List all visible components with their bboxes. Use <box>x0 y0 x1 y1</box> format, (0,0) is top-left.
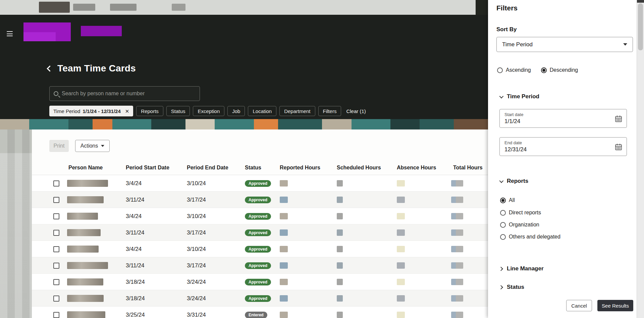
filter-button-location[interactable]: Location <box>248 106 276 116</box>
radio-ascending-label: Ascending <box>506 67 531 73</box>
radio-icon-checked <box>541 67 547 73</box>
table-row[interactable]: 3/4/24 3/10/24 Approved <box>32 241 488 257</box>
table-row[interactable]: 3/25/24 3/31/24 Entered <box>32 307 488 318</box>
end-date-label: End date <box>504 140 522 145</box>
table-row[interactable]: 3/11/24 3/17/24 Approved <box>32 192 488 208</box>
radio-all-label: All <box>509 197 515 203</box>
menu-icon[interactable] <box>7 31 13 36</box>
column-header-reported-hours[interactable]: Reported Hours <box>280 160 320 175</box>
row-checkbox[interactable] <box>53 197 59 203</box>
section-reports[interactable]: Reports <box>499 178 528 184</box>
row-checkbox[interactable] <box>53 180 59 187</box>
redacted-person-name <box>67 229 101 236</box>
section-time-period[interactable]: Time Period <box>499 93 539 100</box>
table-row[interactable]: 3/18/24 3/24/24 Approved <box>32 290 488 307</box>
redacted-total-hours <box>451 213 463 219</box>
end-date-input[interactable] <box>504 146 605 153</box>
chevron-right-icon <box>499 285 503 289</box>
redacted-reported-hours <box>280 180 288 187</box>
caret-down-icon <box>101 145 104 147</box>
redacted-person-name <box>67 278 103 285</box>
redacted-person-name <box>67 246 99 253</box>
filter-button-department[interactable]: Department <box>279 106 315 116</box>
clear-filters-link[interactable]: Clear (1) <box>346 108 366 114</box>
cancel-button[interactable]: Cancel <box>566 300 592 311</box>
actions-button[interactable]: Actions <box>75 140 110 152</box>
dark-corner-block <box>476 0 488 15</box>
filter-button-job[interactable]: Job <box>227 106 245 116</box>
row-checkbox[interactable] <box>53 263 59 269</box>
chevron-down-icon <box>499 178 504 183</box>
redacted-person-name <box>67 262 108 269</box>
period-end-date: 3/17/24 <box>187 192 206 208</box>
search-input[interactable] <box>62 91 196 97</box>
logo <box>81 26 122 36</box>
active-filter-chip[interactable]: Time Period 1/1/24 - 12/31/24 ✕ <box>49 106 133 116</box>
column-header-person-name[interactable]: Person Name <box>68 160 103 175</box>
radio-reports-all[interactable]: All <box>500 197 515 203</box>
calendar-icon[interactable] <box>615 115 622 124</box>
column-header-scheduled-hours[interactable]: Scheduled Hours <box>337 160 381 175</box>
filter-button-filters[interactable]: Filters <box>318 106 341 116</box>
radio-reports-direct[interactable]: Direct reports <box>500 210 541 216</box>
scrollbar-thumb[interactable] <box>638 3 643 50</box>
back-icon[interactable] <box>47 65 53 71</box>
period-start-date: 3/11/24 <box>126 257 144 274</box>
row-checkbox[interactable] <box>53 296 59 302</box>
filter-button-reports[interactable]: Reports <box>136 106 163 116</box>
radio-others-delegated-label: Others and delegated <box>509 234 560 240</box>
search-box <box>49 86 200 101</box>
section-line-manager[interactable]: Line Manager <box>499 265 544 272</box>
row-checkbox[interactable] <box>53 312 59 318</box>
page-title: Team Time Cards <box>57 63 136 74</box>
page-title-row: Team Time Cards <box>48 62 136 75</box>
redacted-browser-text <box>73 4 95 11</box>
column-header-absence-hours[interactable]: Absence Hours <box>397 160 436 175</box>
table-row[interactable]: 3/4/24 3/10/24 Approved <box>32 208 488 224</box>
status-badge: Approved <box>245 295 271 302</box>
redacted-reported-hours <box>280 312 288 318</box>
radio-descending[interactable]: Descending <box>541 67 578 73</box>
column-header-period-start-date[interactable]: Period Start Date <box>126 160 169 175</box>
radio-icon <box>500 222 506 228</box>
start-date-input[interactable] <box>504 118 605 125</box>
radio-reports-others[interactable]: Others and delegated <box>500 234 560 240</box>
table-row[interactable]: 3/11/24 3/17/24 Approved <box>32 224 488 241</box>
column-header-period-end-date[interactable]: Period End Date <box>187 160 228 175</box>
row-checkbox[interactable] <box>53 213 59 219</box>
section-status-label: Status <box>507 284 524 290</box>
chip-close-icon[interactable]: ✕ <box>125 109 129 114</box>
column-header-total-hours[interactable]: Total Hours <box>453 160 483 175</box>
period-start-date: 3/18/24 <box>126 274 145 290</box>
sort-by-select[interactable]: Time Period <box>496 37 633 52</box>
table-row[interactable]: 3/18/24 3/24/24 Approved <box>32 274 488 290</box>
print-button[interactable]: Print <box>49 140 69 152</box>
section-status[interactable]: Status <box>499 284 524 290</box>
row-checkbox[interactable] <box>53 230 59 236</box>
radio-icon <box>497 67 503 73</box>
browser-strip <box>0 0 488 15</box>
end-date-field: End date <box>499 137 627 156</box>
table-row[interactable]: 3/11/24 3/17/24 Approved <box>32 257 488 274</box>
status-badge: Approved <box>245 246 271 253</box>
redacted-reported-hours <box>280 279 288 285</box>
filter-button-status[interactable]: Status <box>166 106 190 116</box>
see-results-button[interactable]: See Results <box>597 300 633 311</box>
content-card: Print Actions Person Name Period Start D… <box>32 129 488 318</box>
radio-reports-organization[interactable]: Organization <box>500 222 539 228</box>
calendar-icon[interactable] <box>615 143 622 152</box>
row-checkbox[interactable] <box>53 246 59 252</box>
scrollbar[interactable] <box>637 0 644 318</box>
row-checkbox[interactable] <box>53 279 59 285</box>
column-header-status[interactable]: Status <box>245 160 261 175</box>
filter-button-exception[interactable]: Exception <box>193 106 224 116</box>
period-start-date: 3/25/24 <box>126 307 145 318</box>
status-badge: Approved <box>245 279 271 285</box>
redacted-absence-hours <box>397 213 405 219</box>
filter-chips-row: Time Period 1/1/24 - 12/31/24 ✕ Reports … <box>49 105 366 117</box>
radio-ascending[interactable]: Ascending <box>497 67 531 73</box>
table-row[interactable]: 3/4/24 3/10/24 Approved <box>32 175 488 192</box>
redacted-reported-hours <box>280 197 288 203</box>
radio-direct-reports-label: Direct reports <box>509 210 541 216</box>
table-body: 3/4/24 3/10/24 Approved 3/11/24 3/17/24 … <box>32 175 488 318</box>
